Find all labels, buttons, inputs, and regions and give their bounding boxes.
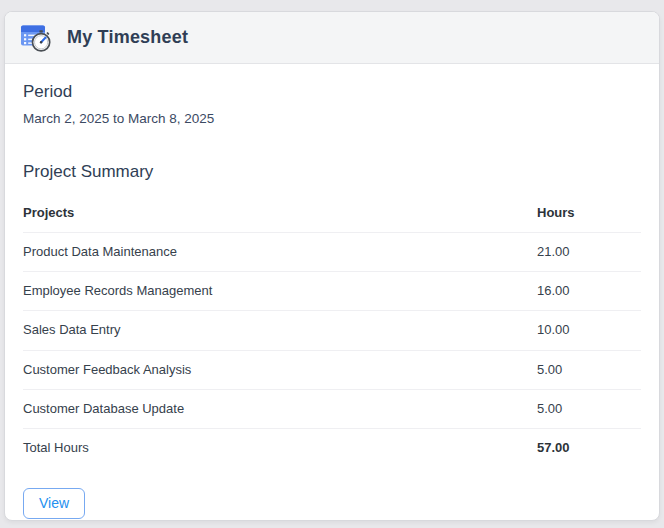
total-row: Total Hours 57.00 (23, 429, 641, 468)
project-name-cell: Sales Data Entry (23, 311, 537, 350)
hours-cell: 5.00 (537, 389, 641, 428)
table-body: Product Data Maintenance 21.00 Employee … (23, 232, 641, 428)
project-summary-table: Projects Hours Product Data Maintenance … (23, 192, 641, 468)
table-row: Product Data Maintenance 21.00 (23, 232, 641, 271)
hours-cell: 5.00 (537, 350, 641, 389)
period-heading: Period (23, 81, 641, 102)
table-header-row: Projects Hours (23, 192, 641, 233)
hours-cell: 16.00 (537, 272, 641, 311)
page-title: My Timesheet (67, 27, 188, 48)
period-range: March 2, 2025 to March 8, 2025 (23, 111, 641, 127)
timesheet-clock-icon (20, 22, 52, 54)
project-name-cell: Product Data Maintenance (23, 232, 537, 271)
project-name-cell: Customer Database Update (23, 389, 537, 428)
projects-column-header: Projects (23, 192, 537, 233)
table-row: Sales Data Entry 10.00 (23, 311, 641, 350)
table-row: Customer Feedback Analysis 5.00 (23, 350, 641, 389)
card-body: Period March 2, 2025 to March 8, 2025 Pr… (5, 64, 659, 519)
timesheet-card: My Timesheet Period March 2, 2025 to Mar… (4, 11, 660, 521)
total-hours-cell: 57.00 (537, 429, 641, 468)
table-row: Employee Records Management 16.00 (23, 272, 641, 311)
table-row: Customer Database Update 5.00 (23, 389, 641, 428)
project-name-cell: Customer Feedback Analysis (23, 350, 537, 389)
project-summary-heading: Project Summary (23, 161, 641, 182)
total-label-cell: Total Hours (23, 429, 537, 468)
hours-cell: 10.00 (537, 311, 641, 350)
hours-cell: 21.00 (537, 232, 641, 271)
hours-column-header: Hours (537, 192, 641, 233)
view-button[interactable]: View (23, 488, 85, 519)
card-header: My Timesheet (5, 12, 659, 64)
project-name-cell: Employee Records Management (23, 272, 537, 311)
